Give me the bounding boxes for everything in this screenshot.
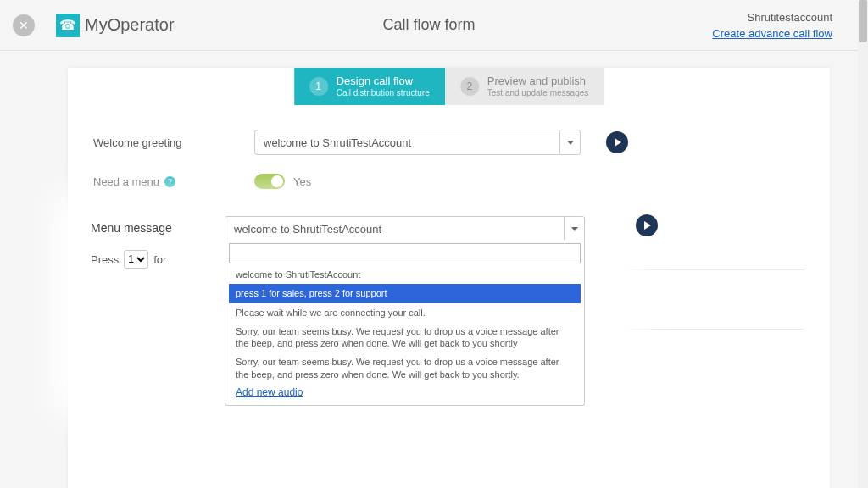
brand-icon: ☎ bbox=[56, 14, 80, 37]
wizard-steps: 1 Design call flow Call distribution str… bbox=[294, 68, 604, 105]
need-menu-value: Yes bbox=[293, 175, 311, 188]
welcome-greeting-select[interactable]: welcome to ShrutiTestAccount bbox=[254, 130, 581, 155]
dropdown-option[interactable]: Sorry, our team seems busy. We request y… bbox=[229, 352, 581, 380]
dropdown-option[interactable]: Please wait while we are connecting your… bbox=[229, 303, 581, 322]
step-number: 2 bbox=[460, 77, 479, 96]
close-button[interactable]: ✕ bbox=[13, 14, 35, 36]
add-new-audio-link[interactable]: Add new audio bbox=[229, 380, 309, 402]
row-welcome-greeting: Welcome greeting welcome to ShrutiTestAc… bbox=[93, 130, 804, 155]
step-sub: Test and update messages bbox=[487, 88, 589, 97]
step-sub: Call distribution structure bbox=[337, 88, 430, 97]
account-name: Shrutitestaccount bbox=[748, 11, 832, 24]
press-prefix: Press bbox=[91, 253, 119, 266]
row-need-menu: Need a menu ? Yes bbox=[93, 174, 804, 189]
dropdown-option[interactable]: Sorry, our team seems busy. We request y… bbox=[229, 322, 581, 353]
create-advance-call-flow-link[interactable]: Create advance call flow bbox=[712, 27, 832, 40]
menu-message-dropdown: welcome to ShrutiTestAccount press 1 for… bbox=[225, 240, 585, 406]
header-right: Shrutitestaccount Create advance call fl… bbox=[712, 11, 832, 40]
scrollbar-thumb[interactable] bbox=[859, 0, 867, 42]
menu-message-select[interactable]: welcome to ShrutiTestAccount bbox=[225, 216, 585, 241]
dropdown-option[interactable]: press 1 for sales, press 2 for support bbox=[229, 284, 581, 302]
play-icon bbox=[644, 221, 651, 230]
page-title: Call flow form bbox=[382, 16, 475, 34]
play-menu-button[interactable] bbox=[636, 214, 658, 236]
page-scrollbar[interactable] bbox=[858, 0, 868, 488]
step-title: Preview and publish bbox=[487, 75, 589, 87]
need-menu-toggle[interactable] bbox=[254, 174, 285, 189]
press-digit-select[interactable]: 1 bbox=[124, 250, 148, 269]
step-design-call-flow[interactable]: 1 Design call flow Call distribution str… bbox=[294, 68, 445, 105]
caret-down-icon bbox=[559, 130, 580, 154]
menu-message-value: welcome to ShrutiTestAccount bbox=[234, 223, 381, 236]
play-welcome-button[interactable] bbox=[606, 131, 628, 153]
dropdown-option[interactable]: welcome to ShrutiTestAccount bbox=[229, 265, 581, 284]
press-suffix: for bbox=[153, 253, 166, 266]
need-menu-label: Need a menu bbox=[93, 175, 159, 188]
dropdown-list[interactable]: welcome to ShrutiTestAccount press 1 for… bbox=[229, 265, 581, 380]
menu-message-label: Menu message bbox=[91, 221, 172, 235]
step-title: Design call flow bbox=[337, 75, 430, 87]
caret-down-icon bbox=[564, 217, 584, 241]
dropdown-search-input[interactable] bbox=[229, 243, 581, 263]
header: ✕ ☎ MyOperator Call flow form Shrutitest… bbox=[0, 0, 858, 51]
row-press-for: Press 1 for bbox=[91, 250, 166, 269]
step-number: 1 bbox=[309, 77, 328, 96]
welcome-greeting-value: welcome to ShrutiTestAccount bbox=[264, 136, 411, 149]
brand-logo: ☎ MyOperator bbox=[56, 14, 175, 37]
brand-text: MyOperator bbox=[85, 15, 175, 35]
play-icon bbox=[615, 138, 621, 147]
close-icon: ✕ bbox=[19, 19, 29, 32]
welcome-greeting-label: Welcome greeting bbox=[93, 136, 254, 149]
step-preview-publish[interactable]: 2 Preview and publish Test and update me… bbox=[445, 68, 604, 105]
help-icon[interactable]: ? bbox=[164, 176, 175, 187]
